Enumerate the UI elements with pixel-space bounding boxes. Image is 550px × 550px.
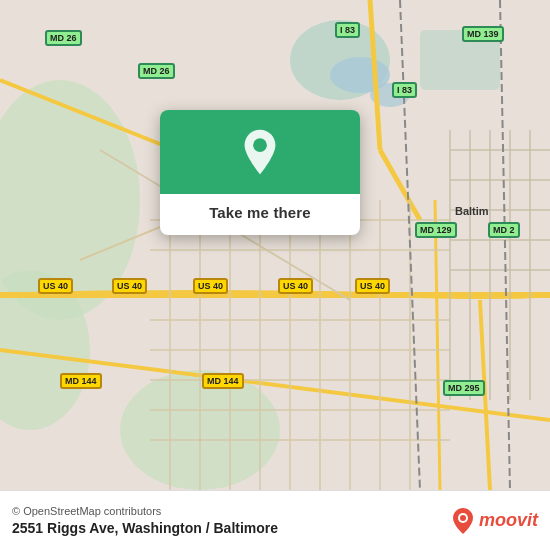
road-badge-us40-1: US 40	[38, 278, 73, 294]
address-text: 2551 Riggs Ave, Washington / Baltimore	[12, 520, 278, 536]
location-pin-icon	[236, 128, 284, 176]
svg-point-46	[253, 138, 267, 152]
popup-green-section	[160, 110, 360, 194]
take-me-there-button[interactable]: Take me there	[209, 204, 311, 221]
road-badge-us40-2: US 40	[112, 278, 147, 294]
road-badge-us40-4: US 40	[278, 278, 313, 294]
road-badge-us40-5: US 40	[355, 278, 390, 294]
road-badge-i83-1: I 83	[335, 22, 360, 38]
road-badge-md295: MD 295	[443, 380, 485, 396]
road-badge-md144-2: MD 144	[202, 373, 244, 389]
attribution-text: © OpenStreetMap contributors	[12, 505, 278, 517]
map-container: MD 26 MD 26 I 83 I 83 MD 139 US 40 US 40…	[0, 0, 550, 490]
moovit-brand-text: moovit	[479, 510, 538, 531]
popup-button-section[interactable]: Take me there	[160, 194, 360, 235]
road-badge-md129: MD 129	[415, 222, 457, 238]
moovit-pin-icon	[451, 507, 475, 535]
popup-arrow	[250, 233, 270, 235]
road-badge-md26-2: MD 26	[138, 63, 175, 79]
city-label-baltimore: Baltim	[455, 205, 489, 217]
svg-point-48	[460, 515, 466, 521]
road-badge-md2: MD 2	[488, 222, 520, 238]
moovit-logo: moovit	[451, 507, 538, 535]
road-badge-md144-1: MD 144	[60, 373, 102, 389]
road-badge-md26-1: MD 26	[45, 30, 82, 46]
road-badge-md139: MD 139	[462, 26, 504, 42]
road-badge-us40-3: US 40	[193, 278, 228, 294]
road-badge-i83-2: I 83	[392, 82, 417, 98]
map-popup: Take me there	[160, 110, 360, 235]
bottom-bar: © OpenStreetMap contributors 2551 Riggs …	[0, 490, 550, 550]
